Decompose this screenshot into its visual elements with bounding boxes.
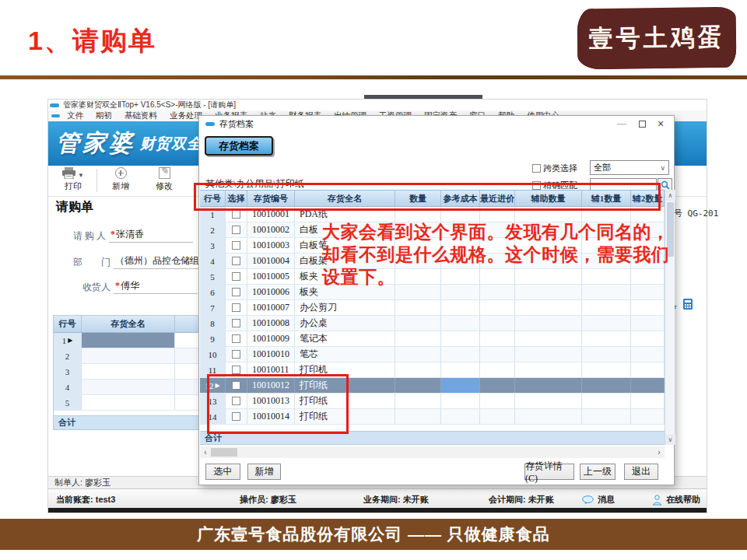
empty-cell	[582, 316, 631, 331]
select-cell[interactable]	[226, 347, 247, 362]
message-button[interactable]: 消息	[582, 494, 615, 506]
message-label: 消息	[598, 494, 615, 506]
select-cell[interactable]	[226, 331, 247, 346]
column-header[interactable]: 行号	[54, 316, 82, 332]
brand-logo: 壹号土鸡蛋	[577, 7, 736, 70]
select-button[interactable]: 选中	[205, 464, 240, 480]
window-edge-fragment	[364, 95, 482, 99]
row-pointer-icon: ▶	[68, 337, 72, 344]
scroll-right-icon[interactable]: ›	[654, 446, 665, 458]
scroll-down-icon[interactable]: ∨	[665, 434, 675, 445]
row-checkbox[interactable]	[232, 257, 240, 265]
empty-cell	[441, 409, 480, 424]
row-checkbox[interactable]	[232, 210, 240, 219]
annotation-line: 大家会看到这个界面。发现有几个同名的，	[322, 221, 696, 243]
menu-item[interactable]: 基础资料	[119, 110, 163, 121]
exit-button[interactable]: 退出	[624, 464, 658, 480]
table-row[interactable]: 710010007办公剪刀	[200, 300, 665, 316]
edit-button[interactable]: 修改	[142, 167, 186, 192]
empty-cell	[480, 347, 515, 362]
scroll-up-icon[interactable]: ∧	[665, 190, 675, 201]
row-number-cell: 5	[54, 395, 82, 410]
row-checkbox[interactable]	[232, 366, 240, 374]
empty-cell	[515, 378, 582, 393]
app-icon	[51, 114, 60, 117]
empty-cell	[441, 300, 480, 315]
up-level-button[interactable]: 上一级	[580, 464, 615, 480]
add-label: 新增	[112, 180, 129, 192]
empty-cell	[480, 378, 515, 393]
empty-cell	[582, 331, 631, 346]
scrollbar-thumb[interactable]	[211, 448, 237, 457]
cross-category-label: 跨类选择	[543, 163, 577, 174]
list-item[interactable]: 4	[54, 380, 205, 395]
row-checkbox[interactable]	[232, 272, 240, 281]
status-bar: 当前账套: test3 操作员: 廖彩玉 业务期间: 未开账 会计期间: 未开账…	[48, 488, 707, 508]
empty-cell	[480, 409, 515, 424]
select-cell[interactable]	[226, 222, 247, 237]
requester-field[interactable]: 张清香	[109, 228, 193, 243]
menu-item[interactable]: 文件	[61, 110, 89, 121]
row-checkbox[interactable]	[232, 226, 240, 234]
item-code-cell: 10010007	[247, 300, 295, 315]
new-item-button[interactable]: 新增	[247, 464, 281, 480]
empty-cell	[441, 347, 480, 362]
empty-cell	[515, 300, 582, 315]
select-cell[interactable]	[226, 254, 247, 268]
empty-cell	[631, 347, 665, 362]
maker-text: 制单人: 廖彩玉	[54, 477, 110, 488]
row-checkbox[interactable]	[232, 319, 240, 327]
cross-category-checkbox[interactable]	[532, 164, 541, 173]
empty-cell	[515, 347, 582, 362]
empty-cell	[582, 300, 631, 315]
receiver-field[interactable]: 傅华	[114, 279, 198, 294]
form-title: 请购单	[56, 199, 93, 215]
horizontal-scrollbar[interactable]: ‹ ›	[200, 446, 665, 458]
scroll-left-icon[interactable]: ‹	[200, 446, 211, 458]
select-cell[interactable]	[226, 269, 247, 284]
add-button[interactable]: 新增	[99, 167, 142, 192]
list-item[interactable]: 3	[54, 364, 205, 380]
online-help-button[interactable]: 在线帮助	[652, 494, 700, 506]
row-checkbox[interactable]	[232, 288, 240, 296]
print-button[interactable]: ▼ 打印	[51, 167, 95, 192]
receiver-label: 收货人	[82, 281, 110, 294]
empty-cell	[515, 394, 582, 408]
list-item[interactable]: 1▶	[54, 333, 205, 348]
calculator-icon[interactable]	[683, 299, 693, 310]
brand-product: 财贸双全	[140, 134, 202, 154]
minimize-button[interactable]: —	[615, 118, 629, 129]
select-cell[interactable]	[226, 238, 247, 253]
row-number-cell: 2	[54, 348, 82, 363]
table-row[interactable]: 1010010010笔芯	[200, 347, 665, 362]
item-detail-button[interactable]: 存货详情(C)	[524, 464, 574, 480]
table-row[interactable]: 910010009笔记本	[200, 331, 665, 347]
department-field[interactable]: （德州）品控仓储组	[114, 254, 201, 269]
row-checkbox[interactable]	[232, 334, 240, 343]
row-checkbox[interactable]	[232, 303, 240, 312]
table-row[interactable]: 810010008办公桌	[200, 316, 665, 331]
empty-cell	[515, 362, 582, 377]
column-header[interactable]: 存货全名	[82, 316, 175, 332]
item-name-cell	[82, 395, 175, 410]
category-dropdown-value: 全部	[594, 162, 611, 173]
close-button[interactable]: ×	[654, 118, 668, 129]
select-cell[interactable]	[226, 285, 247, 299]
tab-inventory-archive[interactable]: 存货档案	[205, 136, 273, 156]
select-cell[interactable]	[226, 300, 247, 315]
empty-cell	[441, 394, 480, 408]
empty-cell	[515, 331, 582, 346]
print-dropdown-icon[interactable]: ▼	[78, 172, 84, 179]
request-total-row: 合计	[54, 415, 205, 429]
list-item[interactable]: 5	[54, 395, 205, 411]
list-item[interactable]: 2	[54, 348, 205, 364]
empty-cell	[582, 409, 631, 424]
category-dropdown[interactable]: 全部 ∨	[590, 160, 669, 175]
menu-item[interactable]: 期初	[90, 110, 117, 121]
window-title: 管家婆财贸双全ⅡTop+ V16.5<S>-网络版 - [请购单]	[63, 100, 236, 110]
row-checkbox[interactable]	[232, 350, 240, 359]
maximize-button[interactable]	[635, 118, 649, 129]
empty-cell	[441, 362, 480, 377]
select-cell[interactable]	[226, 316, 247, 331]
row-checkbox[interactable]	[232, 241, 240, 250]
